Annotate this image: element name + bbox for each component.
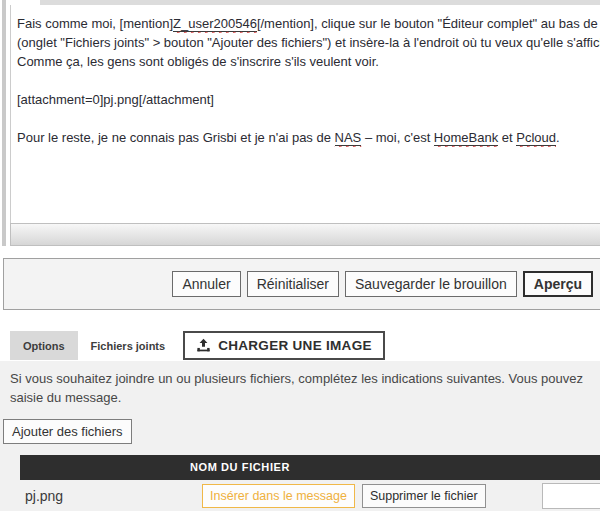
delete-file-button[interactable]: Supprimer le fichier <box>362 484 486 508</box>
post-actions-panel: Annuler Réinitialiser Sauvegarder le bro… <box>3 258 600 310</box>
add-files-button[interactable]: Ajouter des fichiers <box>3 419 132 444</box>
editor-tabs: Options Fichiers joints CHARGER UNE IMAG… <box>10 331 385 360</box>
attachments-intro-line1: Si vous souhaitez joindre un ou plusieur… <box>10 369 600 388</box>
upload-icon <box>196 338 211 353</box>
attachments-table-header: NOM DU FICHIER <box>20 455 600 480</box>
editor-resize-handle[interactable] <box>10 223 600 246</box>
filename-column-header: NOM DU FICHIER <box>20 455 460 480</box>
message-textarea[interactable]: Fais comme moi, [mention]Z_user200546[/m… <box>10 5 600 223</box>
tab-fichiers-joints[interactable]: Fichiers joints <box>78 331 179 360</box>
forum-post-editor: Fais comme moi, [mention]Z_user200546[/m… <box>0 0 600 511</box>
attachments-panel: Si vous souhaitez joindre un ou plusieur… <box>0 361 600 511</box>
attachment-filename: pj.png <box>25 488 202 504</box>
insert-in-message-button[interactable]: Insérer dans le message <box>202 484 355 508</box>
tab-options[interactable]: Options <box>10 331 78 360</box>
upload-image-button[interactable]: CHARGER UNE IMAGE <box>183 331 385 360</box>
attachments-intro-line2: saisie du message. <box>10 388 600 407</box>
upload-image-label: CHARGER UNE IMAGE <box>218 338 372 353</box>
left-edge-strip <box>2 0 6 246</box>
file-comment-input[interactable] <box>542 483 600 509</box>
message-text: Fais comme moi, [mention]Z_user200546[/m… <box>11 5 600 147</box>
cancel-button[interactable]: Annuler <box>172 271 240 297</box>
preview-button[interactable]: Aperçu <box>523 271 593 297</box>
attachment-row: pj.png Insérer dans le message Supprimer… <box>20 480 600 511</box>
reset-button[interactable]: Réinitialiser <box>247 271 339 297</box>
attachments-intro: Si vous souhaitez joindre un ou plusieur… <box>10 369 600 407</box>
save-draft-button[interactable]: Sauvegarder le brouillon <box>345 271 517 297</box>
